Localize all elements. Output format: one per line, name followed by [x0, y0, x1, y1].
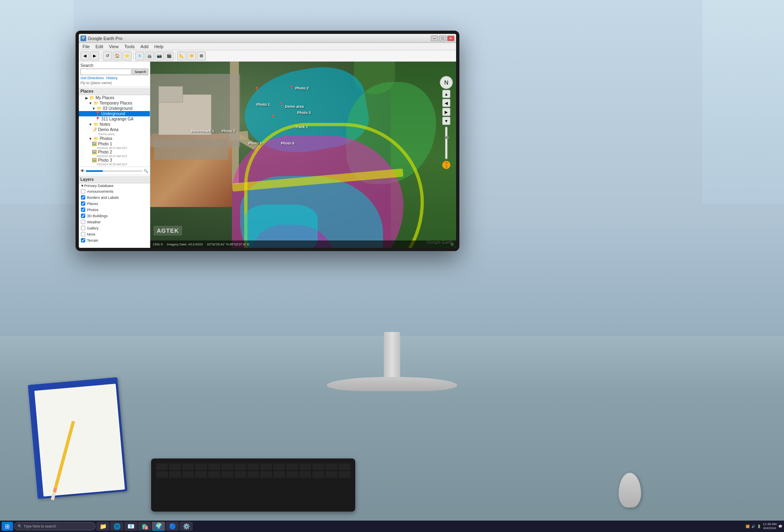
map-area[interactable]: 4/5/2024 - 7am 5/12/2024 - 11am 4/20/202… [150, 62, 456, 248]
close-button[interactable]: ✕ [447, 36, 454, 41]
taskbar: ⊞ 🔍 Type here to search 📁 🌐 📧 🛍️ 🌍 🔵 ⚙️ … [0, 521, 784, 532]
taskbar-search-text: Type here to search [24, 524, 56, 528]
tree-item-photo2[interactable]: 🖼️ Photo 2 [79, 149, 150, 155]
tree-item-underground[interactable]: 📍 Underground [79, 111, 150, 116]
demo-area-label: Demo Area [98, 127, 118, 132]
compass[interactable]: N [440, 76, 453, 89]
tree-item-notes[interactable]: ▼ 📁 Notes [79, 122, 150, 127]
office-window-right [702, 0, 784, 204]
system-clock[interactable]: 11:38 AM 8/4/2024 [763, 522, 777, 531]
gallery-label: Gallery [87, 226, 99, 230]
toolbar-email[interactable]: 📧 [135, 51, 144, 60]
monitor-stand-neck [384, 332, 400, 381]
zoom-thumb [445, 136, 449, 139]
menu-file[interactable]: File [81, 44, 91, 49]
zoom-bar[interactable] [445, 127, 448, 159]
layer-borders[interactable]: Borders and Labels [79, 194, 150, 200]
nav-up[interactable]: ▲ [442, 90, 450, 98]
tree-item-photo1[interactable]: 🖼️ Photo 1 [79, 141, 150, 147]
street-view-person[interactable]: 🧍 [442, 161, 450, 169]
app-icon: 🌍 [80, 36, 86, 41]
toolbar-star[interactable]: ⭐ [122, 51, 131, 60]
toolbar-movie[interactable]: 🎬 [165, 51, 174, 60]
weather-checkbox[interactable] [81, 220, 85, 224]
toolbar-back[interactable]: ◀ [80, 51, 89, 60]
photo2-label: Photo 2 [98, 150, 112, 154]
taskbar-search[interactable]: 🔍 Type here to search [14, 522, 96, 530]
eye-icon[interactable]: 👁 [80, 169, 85, 173]
photo1-meta: 4/5/2024 06:37 AM EDT [79, 147, 150, 149]
photos-checkbox[interactable] [81, 207, 85, 211]
toolbar-forward[interactable]: ▶ [90, 51, 99, 60]
search-row: Search [80, 69, 148, 75]
photo3-label: Photo 3 [98, 158, 112, 162]
layer-announcements[interactable]: Announcements [79, 188, 150, 194]
taskbar-explorer[interactable]: 📁 [96, 522, 109, 531]
toolbar-camera[interactable]: 📷 [155, 51, 164, 60]
toolbar-sun[interactable]: ☀️ [187, 51, 196, 60]
taskbar-google-earth[interactable]: 🌍 [152, 522, 165, 531]
menu-edit[interactable]: Edit [94, 44, 105, 49]
places-checkbox[interactable] [81, 201, 85, 205]
layer-gallery[interactable]: Gallery [79, 225, 150, 231]
more-checkbox[interactable] [81, 232, 85, 236]
nav-left[interactable]: ◀ [442, 99, 450, 107]
tree-item-temporary-places[interactable]: ▼ 📁 Temporary Places [79, 100, 150, 106]
3d-buildings-checkbox[interactable] [81, 214, 85, 218]
taskbar-chrome[interactable]: 🔵 [166, 522, 179, 531]
toolbar-refresh[interactable]: ↺ [103, 51, 112, 60]
tree-item-my-places[interactable]: ▶ 📁 My Places [79, 95, 150, 100]
underground-folder-label: 03 Underground [103, 106, 132, 111]
minimize-button[interactable]: ─ [431, 36, 438, 41]
taskbar-edge[interactable]: 🌐 [110, 522, 123, 531]
toolbar: ◀ ▶ ↺ 🏠 ⭐ 📧 🖨️ 📷 🎬 📐 ☀️ ⊞ [79, 50, 456, 62]
primary-db-label: Primary Database [84, 184, 114, 188]
3d-buildings-label: 3D Buildings [87, 214, 108, 218]
photo2-meta: 4/5/2024 06:37 AM EDT [79, 155, 150, 158]
search-button[interactable]: Search [132, 69, 148, 75]
search-section: Search Search Get Directions History Fly… [79, 62, 150, 87]
layer-places[interactable]: Places [79, 200, 150, 207]
taskbar-store[interactable]: 🛍️ [138, 522, 151, 531]
maximize-button[interactable]: □ [439, 36, 446, 41]
layer-terrain[interactable]: Terrain [79, 237, 150, 243]
announcements-checkbox[interactable] [81, 189, 85, 193]
search-input[interactable] [80, 69, 131, 75]
menu-tools[interactable]: Tools [123, 44, 136, 49]
start-button[interactable]: ⊞ [2, 522, 13, 531]
borders-checkbox[interactable] [81, 195, 85, 199]
get-directions-link[interactable]: Get Directions [80, 76, 104, 80]
tree-item-photo3[interactable]: 🖼️ Photo 3 [79, 158, 150, 163]
layer-more[interactable]: More [79, 231, 150, 237]
tree-item-demo-area[interactable]: 📝 Demo Area [79, 127, 150, 132]
toolbar-home[interactable]: 🏠 [113, 51, 122, 60]
tree-item-photos-folder[interactable]: ▼ 📁 Photos [79, 136, 150, 141]
gallery-checkbox[interactable] [81, 226, 85, 230]
tree-item-03-underground[interactable]: ▼ 📁 03 Underground [79, 106, 150, 111]
arrow-icon: ▶ [85, 96, 88, 100]
toolbar-measure[interactable]: 📐 [177, 51, 186, 60]
map-label-photo5: Photo 5 [248, 141, 262, 145]
menu-help[interactable]: Help [153, 44, 165, 49]
toolbar-grid[interactable]: ⊞ [197, 51, 206, 60]
layer-photos[interactable]: Photos [79, 207, 150, 213]
borders-label: Borders and Labels [87, 196, 119, 200]
layer-3d-buildings[interactable]: 3D Buildings [79, 213, 150, 219]
history-link[interactable]: History [106, 76, 118, 80]
opacity-slider[interactable] [86, 170, 143, 172]
taskbar-other[interactable]: ⚙️ [180, 522, 193, 531]
toolbar-print[interactable]: 🖨️ [145, 51, 154, 60]
system-time: 11:38 AM [763, 522, 777, 526]
layer-weather[interactable]: Weather [79, 219, 150, 225]
nav-down[interactable]: ▼ [442, 117, 450, 125]
tree-item-lagrange[interactable]: 📍 311 Lagrange GA [79, 116, 150, 122]
taskbar-mail[interactable]: 📧 [124, 522, 137, 531]
terrain-checkbox[interactable] [81, 238, 85, 242]
notification-icon[interactable]: 💬 [778, 525, 782, 528]
layer-primary-db[interactable]: ▼ Primary Database [79, 183, 150, 188]
menu-view[interactable]: View [108, 44, 120, 49]
lagrange-label: 311 Lagrange GA [101, 117, 134, 121]
menu-add[interactable]: Add [139, 44, 150, 49]
nav-right[interactable]: ▶ [442, 108, 450, 116]
search-links: Get Directions History [80, 76, 148, 80]
